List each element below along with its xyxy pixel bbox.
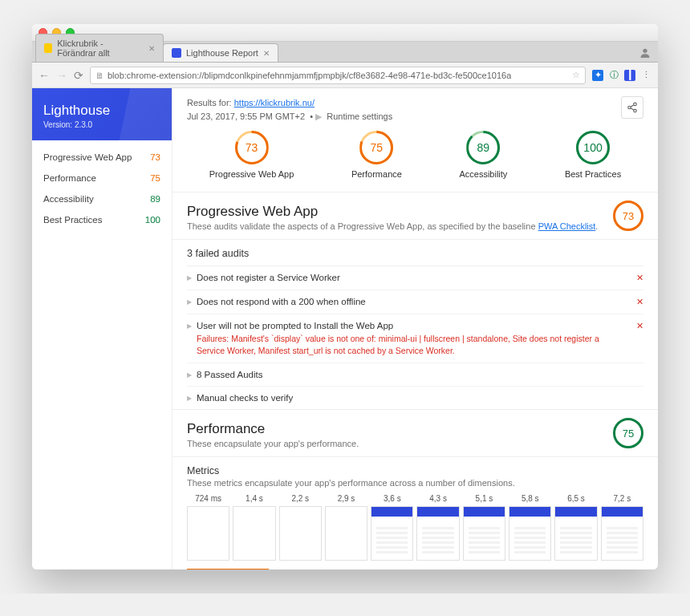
section-performance: Performance These encapsulate your app's… [172,409,658,457]
frame-time: 2,2 s [279,494,322,503]
page-content: Lighthouse Version: 2.3.0 Progressive We… [32,88,658,569]
bookmark-icon[interactable]: ☆ [572,70,580,80]
sidebar-item[interactable]: Progressive Web App73 [32,147,172,168]
section-title: Performance [187,421,643,437]
results-for-link[interactable]: https://klickrubrik.nu/ [234,98,315,107]
section-score-badge: 73 [613,201,643,231]
gauge-ring: 73 [235,131,269,164]
sidebar-item-label: Progressive Web App [43,152,132,162]
filmstrip-frame: 6,5 s [554,494,597,561]
filmstrip-frame: 4,3 s [416,494,459,561]
forward-button[interactable]: → [56,69,67,82]
audit-row[interactable]: ▶User will not be prompted to Install th… [187,314,643,363]
page-info-icon[interactable]: 🗎 [95,71,104,80]
frame-time: 2,9 s [325,494,367,503]
filmstrip-frame: 2,2 s [279,494,322,561]
gauge-ring: 75 [359,131,393,164]
report-main: Results for: https://klickrubrik.nu/ Jul… [172,88,658,569]
sidebar-item-score: 75 [150,173,160,183]
pwa-checklist-link[interactable]: PWA Checklist [538,221,596,231]
frame-thumb [463,506,505,561]
filmstrip-frame: 5,1 s [463,494,505,561]
close-tab-icon[interactable]: ✕ [148,44,155,53]
gauge[interactable]: 89Accessibility [459,131,507,179]
frame-thumb [233,506,275,561]
lighthouse-brand: Lighthouse Version: 2.3.0 [32,88,172,140]
metrics-box: Metrics These metrics encapsulate your a… [172,457,658,569]
audit-title: Does not respond with a 200 when offline [197,297,631,306]
sidebar-item-score: 100 [145,215,160,225]
filmstrip-frame: 1,4 s [233,494,275,561]
manual-checks-row[interactable]: ▶ Manual checks to verify [187,387,643,409]
frame-time: 7,2 s [601,494,643,503]
fail-icon: ✕ [636,297,643,307]
filmstrip-frame: 5,8 s [509,494,551,561]
gauge[interactable]: 100Best Practices [565,131,621,179]
frame-time: 1,4 s [233,494,275,503]
filmstrip-frame: 3,6 s [371,494,413,561]
gauge-label: Accessibility [459,169,507,179]
address-bar[interactable]: 🗎 blob:chrome-extension://blipmdconlkpin… [90,67,586,84]
profile-icon[interactable] [639,47,651,62]
filmstrip: 724 ms1,4 s2,2 s2,9 s3,6 s4,3 s5,1 s5,8 … [187,494,643,561]
lighthouse-extension-icon[interactable]: ┃ [624,70,635,81]
section-description: These encapsulate your app's performance… [187,439,643,448]
sidebar-item[interactable]: Accessibility89 [32,188,172,209]
pwa-audits: 3 failed audits ▶Does not register a Ser… [172,240,658,409]
frame-thumb [187,506,229,561]
report-timestamp: Jul 23, 2017, 9:55 PM GMT+2 [187,111,305,121]
runtime-settings-link[interactable]: Runtime settings [327,111,392,121]
frame-thumb [325,506,367,561]
svg-point-2 [628,106,631,109]
frame-time: 5,8 s [509,494,551,503]
tab-klickrubrik[interactable]: Klickrubrik - Förändrar allt ✕ [35,34,164,62]
audit-row[interactable]: ▶Does not respond with a 200 when offlin… [187,290,643,314]
menu-icon[interactable]: ⋮ [640,70,651,81]
frame-time: 5,1 s [463,494,505,503]
failed-audits-heading: 3 failed audits [187,240,643,266]
sidebar-item-label: Best Practices [43,215,103,225]
back-button[interactable]: ← [39,69,50,82]
frame-thumb [554,506,597,561]
browser-window: Klickrubrik - Förändrar allt ✕ Lighthous… [32,24,658,569]
sidebar-items: Progressive Web App73Performance75Access… [32,140,172,237]
score-gauges: 73Progressive Web App75Performance89Acce… [172,128,658,192]
sparkline [187,569,269,569]
sidebar-item-label: Performance [43,173,96,183]
audit-title: User will not be prompted to Install the… [197,321,631,330]
sidebar-item[interactable]: Performance75 [32,168,172,188]
gauge[interactable]: 73Progressive Web App [209,131,294,179]
extension-icon[interactable]: ⓘ [608,70,619,81]
frame-time: 724 ms [187,494,229,503]
sidebar-item-label: Accessibility [43,194,94,204]
tab-lighthouse-report[interactable]: Lighthouse Report ✕ [163,43,278,62]
audit-row[interactable]: ▶Does not register a Service Worker✕ [187,266,643,290]
tab-label: Klickrubrik - Förändrar allt [57,38,144,58]
fail-icon: ✕ [636,273,643,283]
gauge-label: Performance [351,169,402,179]
favicon-icon [172,48,181,58]
reload-button[interactable]: ⟳ [74,69,83,82]
expand-icon: ▶ [187,371,192,379]
gauge[interactable]: 75Performance [351,131,402,179]
passed-audits-row[interactable]: ▶ 8 Passed Audits [187,363,643,387]
section-pwa: Progressive Web App These audits validat… [172,192,658,240]
sidebar-item-score: 89 [150,194,160,204]
frame-thumb [509,506,551,561]
gauge-ring: 89 [466,131,500,164]
metrics-description: These metrics encapsulate your app's per… [187,478,643,488]
gauge-ring: 100 [576,131,610,164]
brand-version: Version: 2.3.0 [43,120,160,129]
expand-icon: ▶ [187,395,192,402]
browser-toolbar: ← → ⟳ 🗎 blob:chrome-extension://blipmdco… [32,63,658,88]
share-button[interactable] [621,96,643,119]
sidebar-item[interactable]: Best Practices100 [32,209,172,230]
extension-icons: ✦ ⓘ ┃ ⋮ [592,70,651,81]
section-title: Progressive Web App [187,204,643,220]
report-meta: Results for: https://klickrubrik.nu/ Jul… [187,96,392,123]
url-text: blob:chrome-extension://blipmdconlkpinef… [108,71,511,80]
filmstrip-frame: 2,9 s [325,494,367,561]
frame-thumb [416,506,459,561]
close-tab-icon[interactable]: ✕ [263,49,270,58]
extension-icon[interactable]: ✦ [592,70,603,81]
